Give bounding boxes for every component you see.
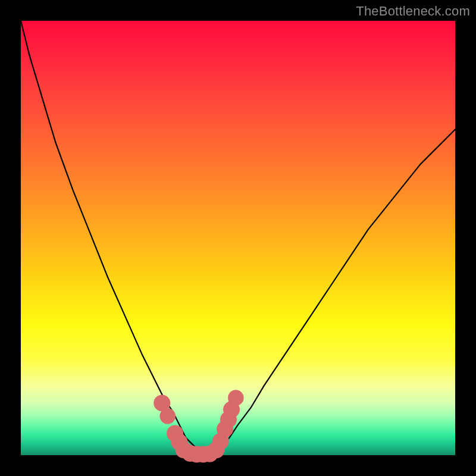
chart-frame: TheBottleneck.com [0,0,476,476]
watermark-text: TheBottleneck.com [356,4,470,19]
trough-markers [154,390,243,462]
right-curve [212,130,455,454]
chart-svg [21,21,455,455]
trough-dot [159,408,176,424]
plot-area [21,21,455,455]
left-curve [21,21,208,455]
trough-dot [228,390,244,406]
